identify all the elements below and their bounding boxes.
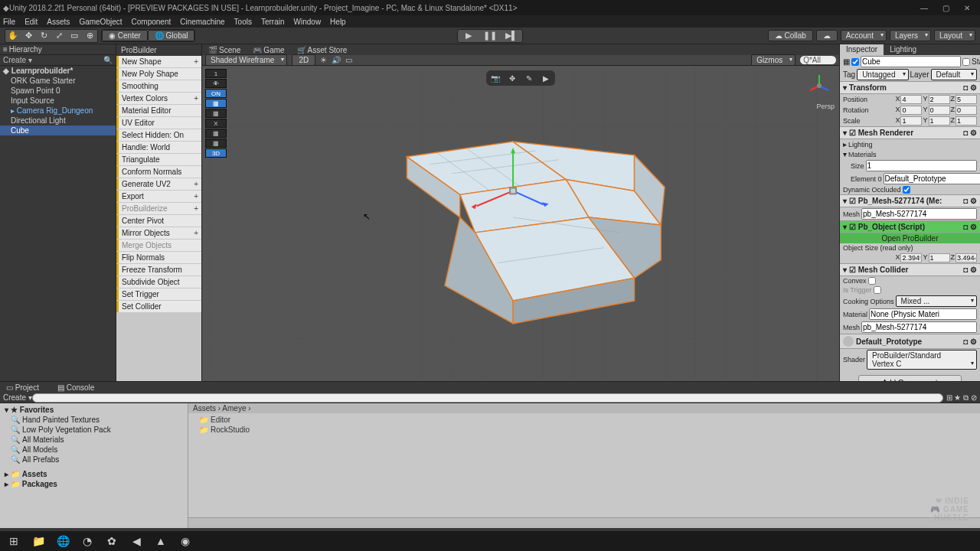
layers-dropdown[interactable]: Layers <box>890 30 931 41</box>
scale-y[interactable] <box>929 116 950 126</box>
folder-editor[interactable]: 📁 Editor <box>190 415 978 425</box>
probuilder-item[interactable]: Flip Normals <box>116 252 201 263</box>
light-toggle[interactable]: ☀ <box>320 56 327 64</box>
scene-canvas[interactable]: 1 👁 ON ▦ ▦ X ▦ ▦ 3D 📷 ✥ ✎ ▶ Persp ↖ <box>202 66 839 381</box>
pause-button[interactable]: ❚❚ <box>479 30 501 42</box>
tag-dropdown[interactable]: Untagged <box>857 69 908 80</box>
tab-scene[interactable]: 🎬 Scene <box>208 46 240 54</box>
hierarchy-item-selected[interactable]: Cube <box>0 126 116 135</box>
menu-help[interactable]: Help <box>330 18 346 26</box>
pivot-center[interactable]: ◉ Center <box>102 30 148 41</box>
layout-dropdown[interactable]: Layout <box>934 30 975 41</box>
object-name-field[interactable] <box>861 56 961 67</box>
scale-x[interactable] <box>900 116 922 126</box>
hierarchy-tab[interactable]: ≡ Hierarchy <box>3 45 42 54</box>
breadcrumb[interactable]: Assets › Ameye › <box>188 403 980 413</box>
packages-folder[interactable]: ▸ 📁 Packages <box>2 479 186 489</box>
convex-check[interactable] <box>868 277 876 285</box>
taskbar-chrome-icon[interactable]: 🌐 <box>52 533 74 549</box>
menu-assets[interactable]: Assets <box>47 18 70 26</box>
probuilder-item[interactable]: Handle: World <box>116 142 201 153</box>
orientation-gizmo[interactable] <box>805 72 833 99</box>
istrigger-check[interactable] <box>874 286 881 294</box>
open-probuilder-button[interactable]: Open ProBuilder <box>840 233 980 243</box>
side-tool[interactable]: ON <box>205 89 227 98</box>
taskbar-app-icon[interactable]: ◀ <box>126 533 147 549</box>
taskbar-app-icon[interactable]: ◔ <box>77 533 98 549</box>
tab-lighting[interactable]: Lighting <box>884 44 923 55</box>
pbmesh-mesh[interactable] <box>861 208 977 220</box>
collab-button[interactable]: ☁ Collab <box>768 30 813 41</box>
side-tool[interactable]: ▦ <box>205 109 227 118</box>
side-tool[interactable]: 3D <box>205 148 227 158</box>
scale-tool[interactable]: ⤢ <box>51 30 67 42</box>
step-button[interactable]: ▶▌ <box>501 30 522 42</box>
probuilder-item[interactable]: Generate UV2+ <box>116 178 201 190</box>
add-component-button[interactable]: Add Component <box>858 375 961 381</box>
taskbar-blender-icon[interactable]: ◉ <box>175 533 196 549</box>
probuilder-item[interactable]: UV Editor <box>116 117 201 129</box>
overlay-camera-icon[interactable]: 📷 <box>488 72 503 84</box>
fav-item[interactable]: 🔍 Low Poly Vegetation Pack <box>2 425 186 435</box>
probuilder-item[interactable]: Triangulate <box>116 154 201 165</box>
project-search[interactable] <box>32 393 943 403</box>
fav-item[interactable]: 🔍 All Materials <box>2 435 186 445</box>
rot-z[interactable] <box>956 106 977 115</box>
scale-z[interactable] <box>956 116 977 126</box>
collider-mesh[interactable] <box>861 321 977 333</box>
shader-dropdown[interactable]: ProBuilder/Standard Vertex C <box>867 350 977 370</box>
play-button[interactable]: ▶ <box>458 30 479 42</box>
taskbar-explorer-icon[interactable]: 📁 <box>28 533 49 549</box>
project-create[interactable]: Create ▾ <box>3 393 32 402</box>
gizmos-dropdown[interactable]: Gizmos <box>751 54 795 66</box>
shading-mode[interactable]: Shaded Wireframe <box>205 54 287 66</box>
transform-tool[interactable]: ⊕ <box>82 30 97 42</box>
probuilder-item[interactable]: New Shape+ <box>116 56 201 67</box>
probuilder-item[interactable]: Set Collider <box>116 301 201 312</box>
assets-folder[interactable]: ▸ 📁 Assets <box>2 469 186 479</box>
hand-tool[interactable]: ✋ <box>5 30 21 42</box>
maximize-button[interactable]: ▢ <box>936 2 956 14</box>
start-button[interactable]: ⊞ <box>3 533 24 549</box>
side-tool[interactable]: X <box>205 119 227 128</box>
side-tool[interactable]: ▦ <box>205 99 227 108</box>
dynoccl-check[interactable] <box>903 186 910 194</box>
probuilder-item[interactable]: ProBuilderize+ <box>116 203 201 214</box>
rotate-tool[interactable]: ↻ <box>36 30 51 42</box>
menu-gameobject[interactable]: GameObject <box>79 18 122 26</box>
hierarchy-item[interactable]: Directional Light <box>0 116 116 126</box>
menu-terrain[interactable]: Terrain <box>261 18 285 26</box>
probuilder-item[interactable]: Material Editor <box>116 105 201 116</box>
probuilder-item[interactable]: Freeze Transform <box>116 264 201 276</box>
fav-item[interactable]: 🔍 Hand Painted Textures <box>2 415 186 425</box>
menu-component[interactable]: Component <box>132 18 172 26</box>
tab-assetstore[interactable]: 🛒 Asset Store <box>297 46 348 54</box>
rot-y[interactable] <box>929 106 950 115</box>
rot-x[interactable] <box>900 106 922 115</box>
probuilder-item[interactable]: Set Trigger <box>116 289 201 300</box>
layer-dropdown[interactable]: Default <box>931 69 977 80</box>
probuilder-item[interactable]: Export+ <box>116 191 201 202</box>
side-tool[interactable]: 1 <box>205 69 227 78</box>
close-button[interactable]: ✕ <box>957 2 977 14</box>
tab-inspector[interactable]: Inspector <box>840 44 884 55</box>
hierarchy-item[interactable]: ORK Game Starter <box>0 76 116 86</box>
hierarchy-item[interactable]: Spawn Point 0 <box>0 86 116 96</box>
probuilder-item[interactable]: Vertex Colors+ <box>116 93 201 104</box>
probuilder-item[interactable]: Mirror Objects+ <box>116 227 201 239</box>
pos-y[interactable] <box>929 95 950 104</box>
hierarchy-create[interactable]: Create ▾ <box>3 56 32 64</box>
audio-toggle[interactable]: 🔊 <box>332 56 341 64</box>
menu-edit[interactable]: Edit <box>24 18 38 26</box>
meshcollider-header[interactable]: ▾ ☑ Mesh Collider◘ ⚙ <box>840 263 980 276</box>
hierarchy-item[interactable]: Input Source <box>0 96 116 106</box>
rect-tool[interactable]: ▭ <box>67 30 82 42</box>
cook-dropdown[interactable]: Mixed ... <box>896 295 977 307</box>
probuilder-item[interactable]: Conform Normals <box>116 166 201 178</box>
menu-file[interactable]: File <box>3 18 15 26</box>
cloud-button[interactable]: ☁ <box>816 30 838 41</box>
tab-console[interactable]: ▤ Console <box>57 383 94 392</box>
pos-x[interactable] <box>900 95 922 104</box>
mode-2d[interactable]: 2D <box>292 54 315 66</box>
probuilder-item[interactable]: Select Hidden: On <box>116 129 201 141</box>
